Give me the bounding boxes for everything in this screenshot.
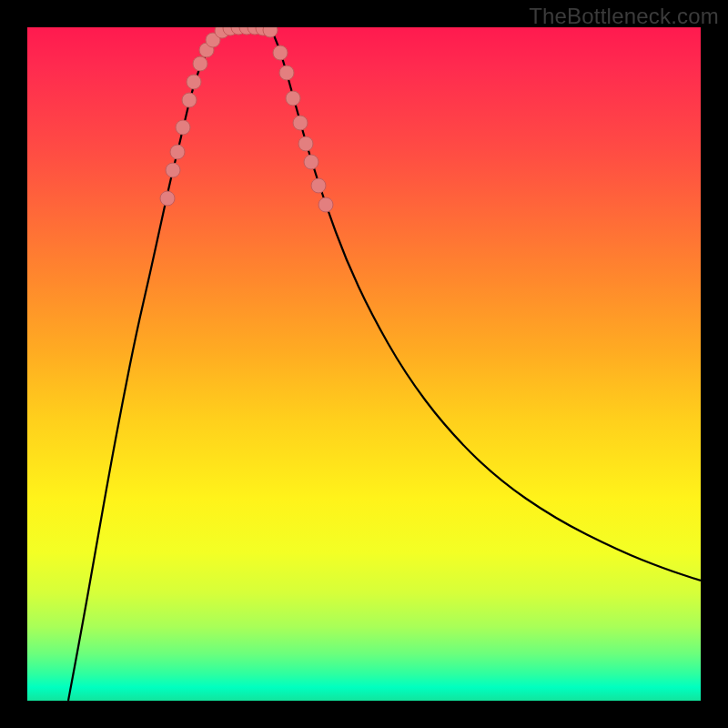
marker-left-dot — [182, 93, 197, 107]
marker-left-dot — [193, 56, 207, 71]
marker-left-dot — [166, 163, 180, 177]
curve-left-branch — [68, 29, 224, 701]
chart-frame: TheBottleneck.com — [0, 0, 728, 728]
marker-right-dot — [311, 178, 326, 193]
curve-right-branch — [271, 29, 701, 581]
marker-left-dot — [187, 75, 201, 89]
marker-left-dot — [176, 120, 190, 135]
plot-svg — [27, 27, 701, 701]
watermark-text: TheBottleneck.com — [529, 4, 719, 29]
marker-right-dot — [298, 136, 313, 151]
marker-right-dot — [293, 116, 308, 130]
marker-right-dot — [318, 197, 333, 212]
marker-right-dot — [304, 155, 318, 169]
marker-left-dot — [170, 145, 185, 159]
plot-area — [27, 27, 701, 701]
marker-right-dot — [273, 46, 288, 60]
marker-left-dot — [160, 191, 175, 206]
marker-floor-dot — [263, 27, 278, 37]
marker-right-dot — [279, 66, 294, 80]
marker-right-dot — [286, 91, 300, 106]
